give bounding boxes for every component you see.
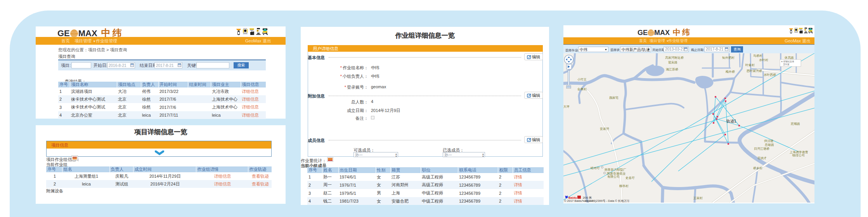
- svg-text:伴泾塘: 伴泾塘: [764, 139, 773, 143]
- svg-text:© 2017 Baidu - 39(2016)2399号 -: © 2017 Baidu - 39(2016)2399号 - Data © 长地…: [564, 199, 630, 203]
- svg-text:水叶村: 水叶村: [759, 58, 768, 62]
- svg-text:有限公司: 有限公司: [607, 175, 620, 178]
- svg-text:金星村: 金星村: [577, 88, 587, 91]
- svg-text:日湾江塘桥: 日湾江塘桥: [754, 147, 769, 150]
- svg-text:大坪: 大坪: [563, 105, 570, 108]
- svg-text:马桥村: 马桥村: [753, 54, 762, 58]
- svg-text:⊕ 轩辕纪念庙: ⊕ 轩辕纪念庙: [781, 60, 794, 63]
- svg-text:颜家宅: 颜家宅: [609, 96, 619, 100]
- svg-text:湘江苏桥: 湘江苏桥: [666, 68, 678, 71]
- svg-text:物理公司: 物理公司: [792, 154, 805, 157]
- svg-text:宏顺路: 宏顺路: [790, 122, 800, 126]
- svg-text:史各圩: 史各圩: [625, 176, 635, 180]
- svg-text:小圩王: 小圩王: [577, 78, 587, 81]
- svg-text:卫生室: 卫生室: [783, 63, 790, 65]
- svg-text:慈善新力模型厂: 慈善新力模型厂: [604, 168, 626, 172]
- svg-text:王家村: 王家村: [693, 196, 703, 200]
- svg-text:休高路: 休高路: [785, 56, 794, 60]
- svg-text:水叶西桥: 水叶西桥: [764, 73, 776, 77]
- svg-text:蜡布圩: 蜡布圩: [591, 166, 600, 170]
- svg-text:桥乡村: 桥乡村: [753, 166, 762, 170]
- svg-text:轨迹1: 轨迹1: [726, 119, 736, 123]
- svg-text:西叶家湾桥: 西叶家湾桥: [747, 69, 762, 73]
- svg-text:忠敬路: 忠敬路: [764, 143, 774, 147]
- svg-text:知外肥村: 知外肥村: [722, 56, 735, 60]
- svg-text:叶青村: 叶青村: [745, 63, 755, 67]
- svg-text:迎宾路: 迎宾路: [668, 61, 677, 64]
- svg-text:召农才: 召农才: [757, 156, 767, 160]
- svg-text:货家湾: 货家湾: [600, 127, 609, 131]
- svg-text:梅外桥: 梅外桥: [725, 70, 735, 74]
- svg-text:柳亭村: 柳亭村: [619, 184, 629, 188]
- svg-text:高家湾附近桥: 高家湾附近桥: [665, 56, 684, 60]
